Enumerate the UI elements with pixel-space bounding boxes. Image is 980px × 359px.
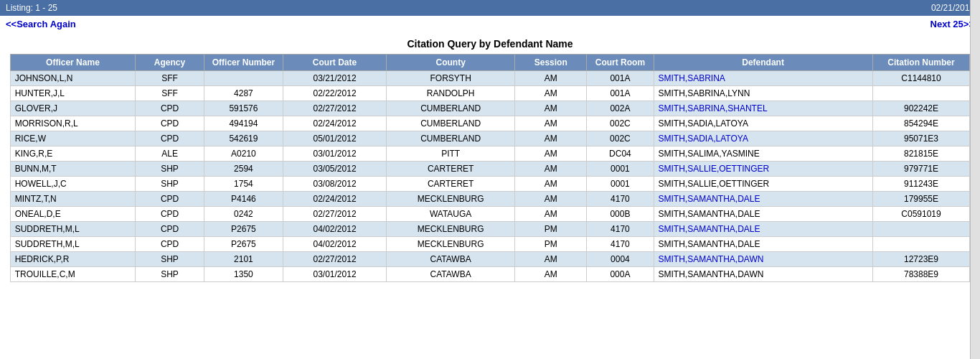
cell-defendant[interactable]: SMITH,SALLIE,OETTINGER bbox=[654, 162, 872, 177]
cell-court-room: 001A bbox=[587, 71, 654, 86]
cell-officer: ONEAL,D,E bbox=[10, 207, 136, 222]
scrollbar[interactable] bbox=[970, 0, 980, 282]
cell-agency: SHP bbox=[136, 177, 204, 192]
col-header-citation: Citation Number bbox=[872, 55, 970, 71]
cell-defendant: SMITH,SAMANTHA,DAWN bbox=[654, 267, 872, 282]
cell-county: CUMBERLAND bbox=[387, 131, 515, 146]
defendant-link[interactable]: SMITH,SABRINA,SHANTEL bbox=[659, 103, 768, 113]
cell-court-room: 001A bbox=[587, 86, 654, 101]
cell-citation bbox=[872, 86, 970, 101]
cell-officer-num: 542619 bbox=[204, 131, 283, 146]
cell-court-room: 002C bbox=[587, 131, 654, 146]
table-row: JOHNSON,L,NSFF03/21/2012FORSYTHAM001ASMI… bbox=[10, 71, 970, 86]
defendant-link[interactable]: SMITH,SAMANTHA,DALE bbox=[659, 224, 760, 234]
cell-defendant[interactable]: SMITH,SAMANTHA,DALE bbox=[654, 192, 872, 207]
cell-defendant[interactable]: SMITH,SAMANTHA,DALE bbox=[654, 222, 872, 237]
cell-citation: 854294E bbox=[872, 116, 970, 131]
cell-defendant[interactable]: SMITH,SAMANTHA,DAWN bbox=[654, 252, 872, 267]
cell-county: CUMBERLAND bbox=[387, 116, 515, 131]
cell-defendant[interactable]: SMITH,SABRINA,SHANTEL bbox=[654, 101, 872, 116]
cell-court-date: 04/02/2012 bbox=[283, 237, 387, 252]
cell-officer: JOHNSON,L,N bbox=[10, 71, 136, 86]
table-row: HEDRICK,P,RSHP210102/27/2012CATAWBAAM000… bbox=[10, 252, 970, 267]
cell-officer-num: 1350 bbox=[204, 267, 283, 282]
cell-agency: CPD bbox=[136, 116, 204, 131]
defendant-link[interactable]: SMITH,SAMANTHA,DALE bbox=[659, 194, 760, 204]
cell-officer-num: 2101 bbox=[204, 252, 283, 267]
cell-agency: ALE bbox=[136, 146, 204, 162]
page-title: Citation Query by Defendant Name bbox=[0, 38, 980, 50]
cell-agency: CPD bbox=[136, 131, 204, 146]
cell-court-room: 002A bbox=[587, 101, 654, 116]
cell-officer-num: 0242 bbox=[204, 207, 283, 222]
cell-agency: CPD bbox=[136, 207, 204, 222]
defendant-link[interactable]: SMITH,SALLIE,OETTINGER bbox=[659, 164, 770, 174]
cell-citation bbox=[872, 222, 970, 237]
table-row: RICE,WCPD54261905/01/2012CUMBERLANDAM002… bbox=[10, 131, 970, 146]
cell-court-room: 0001 bbox=[587, 162, 654, 177]
cell-county: CARTERET bbox=[387, 162, 515, 177]
cell-session: AM bbox=[515, 162, 587, 177]
table-row: SUDDRETH,M,LCPDP267504/02/2012MECKLENBUR… bbox=[10, 237, 970, 252]
cell-court-room: 0001 bbox=[587, 177, 654, 192]
table-row: HUNTER,J,LSFF428702/22/2012RANDOLPHAM001… bbox=[10, 86, 970, 101]
col-header-session: Session bbox=[515, 55, 587, 71]
cell-court-date: 02/24/2012 bbox=[283, 116, 387, 131]
cell-agency: SHP bbox=[136, 267, 204, 282]
cell-agency: CPD bbox=[136, 222, 204, 237]
search-again-link[interactable]: <<Search Again bbox=[6, 19, 76, 29]
col-header-county: County bbox=[387, 55, 515, 71]
cell-session: AM bbox=[515, 252, 587, 267]
cell-court-date: 04/02/2012 bbox=[283, 222, 387, 237]
cell-session: AM bbox=[515, 116, 587, 131]
cell-defendant[interactable]: SMITH,SABRINA bbox=[654, 71, 872, 86]
cell-officer: HOWELL,J,C bbox=[10, 177, 136, 192]
cell-county: CUMBERLAND bbox=[387, 101, 515, 116]
col-header-officer-num: Officer Number bbox=[204, 55, 283, 71]
table-row: KING,R,EALEA021003/01/2012PITTAMDC04SMIT… bbox=[10, 146, 970, 162]
next-link[interactable]: Next 25>> bbox=[930, 19, 974, 29]
cell-county: FORSYTH bbox=[387, 71, 515, 86]
cell-officer: HEDRICK,P,R bbox=[10, 252, 136, 267]
cell-citation: C0591019 bbox=[872, 207, 970, 222]
cell-agency: SHP bbox=[136, 162, 204, 177]
cell-citation: C1144810 bbox=[872, 71, 970, 86]
cell-session: AM bbox=[515, 146, 587, 162]
cell-court-date: 03/01/2012 bbox=[283, 146, 387, 162]
cell-agency: SHP bbox=[136, 252, 204, 267]
cell-officer: SUDDRETH,M,L bbox=[10, 222, 136, 237]
defendant-link[interactable]: SMITH,SABRINA bbox=[659, 73, 725, 83]
cell-court-room: 000B bbox=[587, 207, 654, 222]
table-row: MORRISON,R,LCPD49419402/24/2012CUMBERLAN… bbox=[10, 116, 970, 131]
cell-court-room: 000A bbox=[587, 267, 654, 282]
cell-citation: 78388E9 bbox=[872, 267, 970, 282]
defendant-link[interactable]: SMITH,SAMANTHA,DAWN bbox=[659, 254, 764, 264]
cell-citation: 12723E9 bbox=[872, 252, 970, 267]
cell-session: AM bbox=[515, 192, 587, 207]
cell-defendant: SMITH,SALLIE,OETTINGER bbox=[654, 177, 872, 192]
cell-session: AM bbox=[515, 177, 587, 192]
cell-citation: 821815E bbox=[872, 146, 970, 162]
cell-court-room: 002C bbox=[587, 116, 654, 131]
date-label: 02/21/2012 bbox=[931, 3, 974, 13]
cell-court-date: 02/27/2012 bbox=[283, 252, 387, 267]
cell-agency: CPD bbox=[136, 192, 204, 207]
cell-agency: SFF bbox=[136, 86, 204, 101]
cell-officer: TROUILLE,C,M bbox=[10, 267, 136, 282]
cell-officer-num: 494194 bbox=[204, 116, 283, 131]
cell-officer-num: 1754 bbox=[204, 177, 283, 192]
cell-officer-num: 4287 bbox=[204, 86, 283, 101]
cell-officer: MORRISON,R,L bbox=[10, 116, 136, 131]
cell-citation: 95071E3 bbox=[872, 131, 970, 146]
cell-court-date: 02/24/2012 bbox=[283, 192, 387, 207]
cell-officer-num: P2675 bbox=[204, 222, 283, 237]
cell-defendant[interactable]: SMITH,SADIA,LATOYA bbox=[654, 131, 872, 146]
cell-court-date: 03/01/2012 bbox=[283, 267, 387, 282]
cell-county: RANDOLPH bbox=[387, 86, 515, 101]
cell-officer-num: 2594 bbox=[204, 162, 283, 177]
cell-agency: CPD bbox=[136, 101, 204, 116]
cell-citation bbox=[872, 237, 970, 252]
cell-court-date: 03/08/2012 bbox=[283, 177, 387, 192]
defendant-link[interactable]: SMITH,SADIA,LATOYA bbox=[659, 134, 748, 144]
cell-court-room: 4170 bbox=[587, 222, 654, 237]
